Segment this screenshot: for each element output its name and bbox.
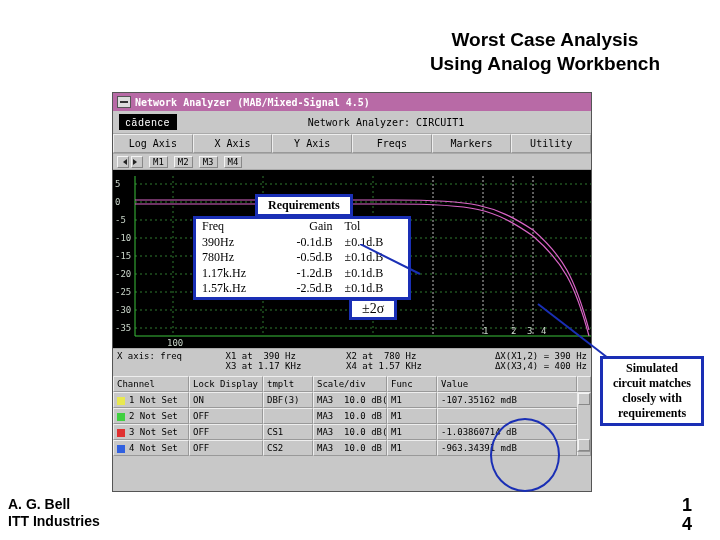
svg-text:-20: -20 xyxy=(115,269,131,279)
svg-text:-35: -35 xyxy=(115,323,131,333)
menu-x-axis[interactable]: X Axis xyxy=(193,134,273,153)
svg-text:-30: -30 xyxy=(115,305,131,315)
svg-text:-15: -15 xyxy=(115,251,131,261)
marker-right-icon[interactable] xyxy=(131,156,143,168)
analyzer-label: Network Analyzer: CIRCUIT1 xyxy=(187,117,585,128)
svg-text:-10: -10 xyxy=(115,233,131,243)
svg-text:-5: -5 xyxy=(115,215,126,225)
menu-bar: Log Axis X Axis Y Axis Freqs Markers Uti… xyxy=(113,133,591,154)
cadence-logo: cādence xyxy=(119,114,177,130)
plot-area[interactable]: 5 0 -5 -10 -15 -20 -25 -30 -35 100 1 2 3… xyxy=(113,170,591,348)
scroll-down-icon[interactable] xyxy=(578,439,590,451)
marker-m4[interactable]: M4 xyxy=(224,156,243,168)
menu-freqs[interactable]: Freqs xyxy=(352,134,432,153)
scroll-up-icon[interactable] xyxy=(578,393,590,405)
channel-row[interactable]: 2 Not Set OFF MA3 10.0 dB M1 xyxy=(113,408,591,424)
menu-markers[interactable]: Markers xyxy=(432,134,512,153)
sysmenu-icon[interactable] xyxy=(117,96,131,108)
x-axis-label: X axis: freq xyxy=(117,351,225,374)
channel-row[interactable]: 1 Not Set ON DBF(3) MA3 10.0 dB(sc) M1 -… xyxy=(113,392,591,408)
window-title: Network Analyzer (MAB/Mixed-Signal 4.5) xyxy=(135,97,370,108)
page-number: 1 4 xyxy=(682,496,692,534)
author-block: A. G. Bell ITT Industries xyxy=(8,496,100,530)
requirements-label: Requirements xyxy=(255,194,353,217)
x-axis-info: X axis: freq X1 at 390 HzX3 at 1.17 KHz … xyxy=(113,348,591,376)
sigma-label: ±2σ xyxy=(349,298,397,320)
svg-text:3: 3 xyxy=(527,326,532,336)
menu-y-axis[interactable]: Y Axis xyxy=(272,134,352,153)
marker-left-icon[interactable] xyxy=(117,156,129,168)
channel-table-header: Channel Lock Display tmplt Scale/div Fun… xyxy=(113,376,591,392)
svg-text:-25: -25 xyxy=(115,287,131,297)
annotation-box: Simulated circuit matches closely with r… xyxy=(600,356,704,426)
marker-toolbar: M1 M2 M3 M4 xyxy=(113,154,591,170)
svg-text:5: 5 xyxy=(115,179,120,189)
channel-scrollbar[interactable] xyxy=(577,392,591,452)
marker-m3[interactable]: M3 xyxy=(199,156,218,168)
channel-row[interactable]: 3 Not Set OFF CS1 MA3 10.0 dB(sc) M1 -1.… xyxy=(113,424,591,440)
requirements-table: FreqGainTol 390Hz-0.1d.B±0.1d.B 780Hz-0.… xyxy=(193,216,411,300)
channel-row[interactable]: 4 Not Set OFF CS2 MA3 10.0 dB M1 -963.34… xyxy=(113,440,591,456)
svg-text:0: 0 xyxy=(115,197,120,207)
marker-m1[interactable]: M1 xyxy=(149,156,168,168)
menu-utility[interactable]: Utility xyxy=(511,134,591,153)
slide-title: Worst Case Analysis Using Analog Workben… xyxy=(430,28,660,76)
svg-text:1: 1 xyxy=(483,326,488,336)
network-analyzer-window: Network Analyzer (MAB/Mixed-Signal 4.5) … xyxy=(112,92,592,492)
svg-text:100: 100 xyxy=(167,338,183,348)
marker-m2[interactable]: M2 xyxy=(174,156,193,168)
svg-text:4: 4 xyxy=(541,326,546,336)
svg-text:2: 2 xyxy=(511,326,516,336)
menu-log-axis[interactable]: Log Axis xyxy=(113,134,193,153)
subheader: cādence Network Analyzer: CIRCUIT1 xyxy=(113,111,591,133)
titlebar[interactable]: Network Analyzer (MAB/Mixed-Signal 4.5) xyxy=(113,93,591,111)
